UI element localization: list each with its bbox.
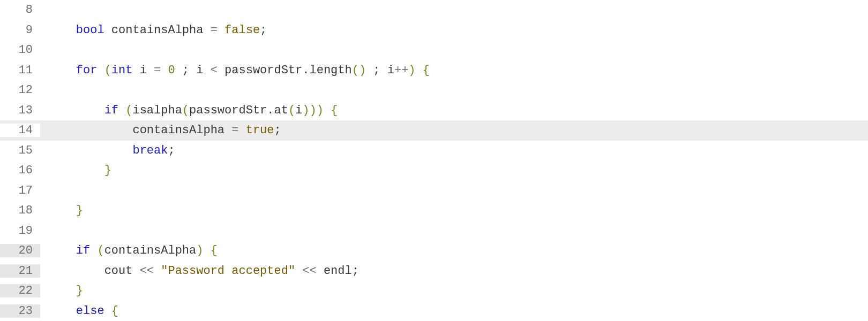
token-num: 0 xyxy=(168,64,175,77)
token-op: = xyxy=(211,24,218,37)
token-brace: { xyxy=(211,244,218,257)
code-line[interactable]: 13 if (isalpha(passwordStr.at(i))) { xyxy=(0,101,868,121)
token-paren: ( xyxy=(97,244,104,257)
token-punct: ; xyxy=(260,24,267,37)
token-op: << xyxy=(140,264,154,278)
code-line[interactable]: 23 else { xyxy=(0,301,868,322)
token-str: "Password accepted" xyxy=(161,264,295,278)
code-content[interactable]: else { xyxy=(40,304,868,318)
token-ident: passwordStr xyxy=(225,64,302,77)
token-paren: ) xyxy=(196,244,203,257)
line-number: 14 xyxy=(0,124,40,137)
token-brace: } xyxy=(76,204,83,217)
code-editor[interactable]: 89 bool containsAlpha = false;1011 for (… xyxy=(0,0,868,321)
token-ident: containsAlpha xyxy=(132,124,225,137)
token-paren: ( xyxy=(125,104,132,117)
token-ident: cout xyxy=(104,264,133,278)
token-call: at xyxy=(274,104,288,117)
token-ident: endl xyxy=(324,264,352,278)
code-line[interactable]: 19 xyxy=(0,221,868,241)
line-number: 10 xyxy=(0,43,40,57)
code-content[interactable] xyxy=(40,83,868,97)
token-ident: passwordStr xyxy=(189,104,267,117)
code-line[interactable]: 15 break; xyxy=(0,141,868,161)
code-line[interactable]: 21 cout << "Password accepted" << endl; xyxy=(0,261,868,281)
line-number: 22 xyxy=(0,284,40,297)
code-line[interactable]: 11 for (int i = 0 ; i < passwordStr.leng… xyxy=(0,60,868,81)
line-number: 17 xyxy=(0,184,40,197)
code-line[interactable]: 16 } xyxy=(0,160,868,181)
token-kw: if xyxy=(76,244,90,257)
token-paren: () xyxy=(352,64,366,77)
token-ident: containsAlpha xyxy=(111,24,204,37)
line-number: 13 xyxy=(0,104,40,117)
token-op: < xyxy=(211,64,218,77)
token-punct: ; xyxy=(182,64,189,77)
token-kw: for xyxy=(76,64,98,77)
line-number: 19 xyxy=(0,224,40,238)
token-paren: ( xyxy=(288,104,295,117)
token-call: length xyxy=(310,64,352,77)
token-kw: else xyxy=(76,304,104,318)
token-op: ++ xyxy=(394,64,408,77)
token-call: isalpha xyxy=(132,104,182,117)
token-ident: i xyxy=(295,104,302,117)
token-type: bool xyxy=(76,24,104,37)
token-ident: i xyxy=(196,64,203,77)
token-op: << xyxy=(302,264,316,278)
token-brace: } xyxy=(104,164,111,177)
code-content[interactable]: for (int i = 0 ; i < passwordStr.length(… xyxy=(40,64,868,77)
token-ident: containsAlpha xyxy=(104,244,197,257)
token-ident: i xyxy=(387,64,394,77)
line-number: 8 xyxy=(0,3,40,17)
token-op: = xyxy=(154,64,161,77)
line-number: 20 xyxy=(0,244,40,257)
code-line[interactable]: 22 } xyxy=(0,281,868,301)
line-number: 21 xyxy=(0,264,40,278)
token-kw: if xyxy=(104,104,118,117)
code-line[interactable]: 17 xyxy=(0,181,868,201)
code-line[interactable]: 12 xyxy=(0,80,868,101)
token-punct: ; xyxy=(352,264,359,278)
code-content[interactable]: } xyxy=(40,164,868,177)
code-line[interactable]: 18 } xyxy=(0,201,868,221)
token-type: int xyxy=(111,64,133,77)
code-line[interactable]: 8 xyxy=(0,0,868,20)
code-content[interactable]: bool containsAlpha = false; xyxy=(40,24,868,37)
token-brace: } xyxy=(76,284,83,297)
code-content[interactable]: if (containsAlpha) { xyxy=(40,244,868,257)
code-content[interactable]: containsAlpha = true; xyxy=(40,124,868,137)
token-ident: i xyxy=(140,64,147,77)
token-bool: false xyxy=(225,24,260,37)
code-content[interactable]: } xyxy=(40,284,868,297)
code-content[interactable]: } xyxy=(40,204,868,217)
token-brace: { xyxy=(111,304,118,318)
token-punct: ; xyxy=(168,144,175,157)
token-paren: ))) xyxy=(302,104,324,117)
line-number: 15 xyxy=(0,144,40,157)
token-paren: ) xyxy=(408,64,415,77)
code-line[interactable]: 10 xyxy=(0,40,868,60)
line-number: 11 xyxy=(0,64,40,77)
code-content[interactable]: cout << "Password accepted" << endl; xyxy=(40,264,868,278)
code-line[interactable]: 20 if (containsAlpha) { xyxy=(0,241,868,261)
token-brace: { xyxy=(423,64,430,77)
line-number: 16 xyxy=(0,164,40,177)
token-punct: ; xyxy=(274,124,281,137)
code-content[interactable] xyxy=(40,184,868,197)
code-content[interactable]: if (isalpha(passwordStr.at(i))) { xyxy=(40,104,868,117)
token-paren: ( xyxy=(182,104,189,117)
token-brace: { xyxy=(331,104,338,117)
code-line[interactable]: 9 bool containsAlpha = false; xyxy=(0,20,868,41)
token-kw: break xyxy=(132,144,168,157)
line-number: 18 xyxy=(0,204,40,217)
token-bool: true xyxy=(246,124,274,137)
token-punct: ; xyxy=(373,64,380,77)
line-number: 9 xyxy=(0,24,40,37)
code-line[interactable]: 14 containsAlpha = true; xyxy=(0,120,868,141)
token-punct: . xyxy=(267,104,274,117)
token-punct: . xyxy=(302,64,309,77)
token-op: = xyxy=(231,124,238,137)
code-content[interactable]: break; xyxy=(40,144,868,157)
line-number: 23 xyxy=(0,304,40,318)
